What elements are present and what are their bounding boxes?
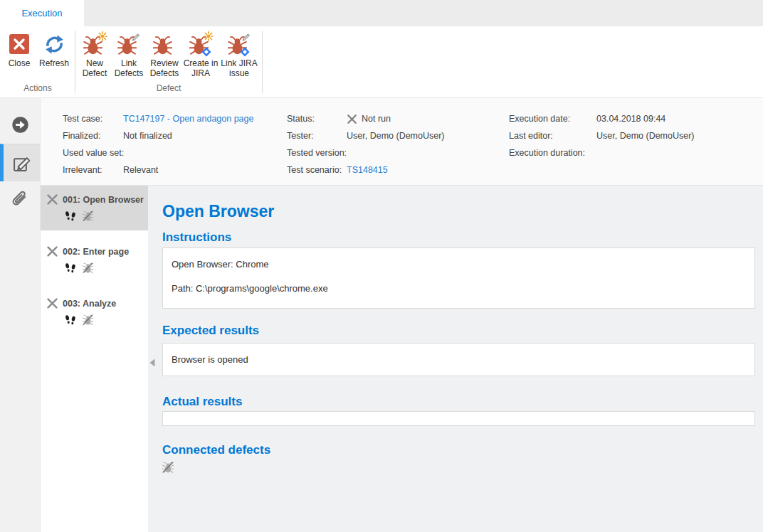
step-title: 002: Enter page xyxy=(63,247,129,257)
field-used-value-set: Used value set: xyxy=(63,144,253,161)
step-list: 001: Open Browser 002: Enter page xyxy=(41,186,148,532)
field-label: Last editor: xyxy=(509,131,596,141)
no-defect-icon xyxy=(83,314,93,328)
field-label: Used value set: xyxy=(63,148,123,158)
refresh-icon xyxy=(42,31,66,57)
ribbon-toolbar: Close Refresh Actions xyxy=(0,26,763,98)
jira-diamond-icon xyxy=(240,47,250,57)
field-label: Execution date: xyxy=(509,114,596,124)
field-label: Irrelevant: xyxy=(63,165,123,175)
no-defect-icon xyxy=(83,211,93,224)
bug-new-icon xyxy=(83,33,106,55)
collapse-panel-arrow-icon[interactable] xyxy=(149,358,155,367)
connected-defects-heading: Connected defects xyxy=(162,443,755,457)
arrow-circle-icon xyxy=(11,115,30,134)
test-scenario-link[interactable]: TS148415 xyxy=(347,165,388,175)
rail-item-attachments[interactable] xyxy=(0,181,40,219)
test-case-link[interactable]: TC147197 - Open andagon page xyxy=(123,114,253,124)
edit-icon xyxy=(11,153,32,174)
pencil-badge-icon xyxy=(242,31,252,41)
field-tester: Tester: User, Demo (DemoUser) xyxy=(287,127,445,144)
ribbon-separator xyxy=(75,31,75,93)
expected-results-heading: Expected results xyxy=(162,324,755,337)
field-label: Execution duration: xyxy=(509,148,596,158)
tab-strip: Execution xyxy=(0,0,763,26)
new-defect-label: New Defect xyxy=(78,59,112,78)
expected-results-box: Browser is opened xyxy=(162,343,755,376)
field-label: Status: xyxy=(287,114,347,124)
field-label: Tester: xyxy=(287,131,347,141)
bug-icon xyxy=(153,33,176,55)
bug-jira-link-icon xyxy=(228,33,251,55)
close-button[interactable]: Close xyxy=(3,30,36,82)
not-run-x-icon xyxy=(347,114,357,124)
instruction-line: Path: C:\programs\google\chrome.exe xyxy=(172,283,746,294)
field-finalized: Finalized: Not finalized xyxy=(63,127,253,144)
field-value: Relevant xyxy=(123,165,158,175)
execution-window: Execution Close Refresh Actions xyxy=(0,0,763,532)
bug-jira-new-icon xyxy=(189,33,212,55)
step-item-002[interactable]: 002: Enter page xyxy=(41,238,148,282)
new-defect-button[interactable]: New Defect xyxy=(78,30,112,82)
field-execution-date: Execution date: 03.04.2018 09:44 xyxy=(509,110,695,127)
step-title: 003: Analyze xyxy=(63,299,116,309)
rail-item-navigate[interactable] xyxy=(0,106,40,144)
link-jira-issue-button[interactable]: Link JIRA issue xyxy=(219,30,260,82)
footprints-icon xyxy=(64,211,77,224)
field-value: User, Demo (DemoUser) xyxy=(596,131,695,141)
field-label: Finalized: xyxy=(63,131,123,141)
field-tested-version: Tested version: xyxy=(287,144,445,161)
field-label: Test case: xyxy=(63,114,123,124)
ribbon-group-defect: New Defect Link Defects xyxy=(78,26,260,97)
ribbon-separator xyxy=(262,31,263,93)
field-value: 03.04.2018 09:44 xyxy=(596,114,665,124)
field-value: User, Demo (DemoUser) xyxy=(347,131,445,141)
step-item-001[interactable]: 001: Open Browser xyxy=(41,186,148,230)
not-run-x-icon xyxy=(46,297,58,309)
create-in-jira-label: Create in JIRA xyxy=(183,59,219,78)
footprints-icon xyxy=(64,262,77,276)
rail-item-edit[interactable] xyxy=(0,144,40,181)
no-defect-icon xyxy=(162,462,755,473)
execution-info-panel: Test case: TC147197 - Open andagon page … xyxy=(41,98,763,186)
instructions-heading: Instructions xyxy=(162,230,755,244)
no-defect-icon xyxy=(83,262,93,276)
sun-badge-icon xyxy=(98,31,107,41)
field-label: Tested version: xyxy=(287,148,347,158)
left-rail xyxy=(0,98,41,532)
field-status: Status: Not run xyxy=(287,110,445,127)
instructions-box: Open Browser: Chrome Path: C:\programs\g… xyxy=(162,248,755,309)
tab-execution[interactable]: Execution xyxy=(0,0,84,26)
create-in-jira-button[interactable]: Create in JIRA xyxy=(183,30,219,82)
actual-results-heading: Actual results xyxy=(162,395,755,408)
close-button-label: Close xyxy=(9,59,31,69)
paperclip-icon xyxy=(9,190,31,211)
expected-results-text: Browser is opened xyxy=(172,354,248,365)
field-last-editor: Last editor: User, Demo (DemoUser) xyxy=(509,127,695,144)
actual-results-input[interactable] xyxy=(162,411,755,426)
ribbon-group-actions-label: Actions xyxy=(3,82,73,97)
review-defects-label: Review Defects xyxy=(146,59,183,78)
link-defects-button[interactable]: Link Defects xyxy=(112,30,146,82)
link-defects-label: Link Defects xyxy=(112,59,146,78)
sun-badge-icon xyxy=(204,31,214,41)
jira-diamond-icon xyxy=(201,47,211,57)
footprints-icon xyxy=(64,314,77,328)
refresh-button-label: Refresh xyxy=(39,59,69,69)
ribbon-group-defect-label: Defect xyxy=(78,82,260,97)
field-test-scenario: Test scenario: TS148415 xyxy=(287,161,445,179)
review-defects-button[interactable]: Review Defects xyxy=(146,30,183,82)
step-detail-title: Open Browser xyxy=(162,201,755,221)
close-icon xyxy=(7,31,31,57)
ribbon-group-actions: Close Refresh Actions xyxy=(3,26,73,97)
step-item-003[interactable]: 003: Analyze xyxy=(41,289,148,334)
refresh-button[interactable]: Refresh xyxy=(36,30,73,82)
pencil-badge-icon xyxy=(132,31,142,41)
instruction-line: Open Browser: Chrome xyxy=(172,259,746,270)
not-run-x-icon xyxy=(46,245,58,257)
link-jira-issue-label: Link JIRA issue xyxy=(219,59,260,78)
step-title: 001: Open Browser xyxy=(63,195,144,205)
tab-execution-label: Execution xyxy=(21,8,62,18)
field-label: Test scenario: xyxy=(287,165,347,175)
field-test-case: Test case: TC147197 - Open andagon page xyxy=(63,110,253,127)
